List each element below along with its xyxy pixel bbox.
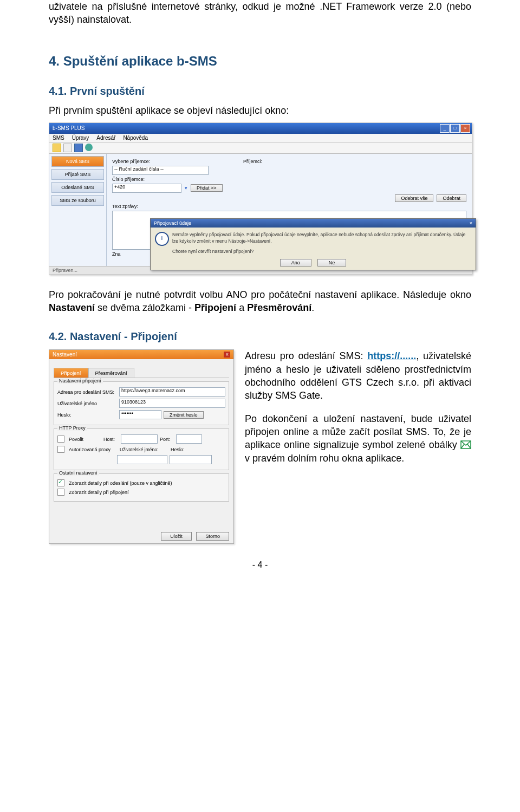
heading-4: 4. Spuštění aplikace b-SMS (49, 54, 471, 69)
checkbox-povolit[interactable] (57, 436, 64, 443)
label-prijemci: Příjemci: (243, 159, 270, 164)
input-heslo[interactable]: ••••••• (119, 410, 161, 419)
group-nastaveni-pripojeni: Nastavení připojení Adresa pro odeslání … (54, 381, 229, 425)
nav-prijate-sms[interactable]: Přijaté SMS (51, 169, 104, 180)
label-zna: Zna (112, 251, 121, 257)
label-detaily-pripojeni: Zobrazit detaily při připojení (69, 490, 129, 495)
app-window-screenshot: b-SMS PLUS _ □ × SMS Úpravy Adresář Nápo… (49, 122, 472, 275)
legend-ostatni: Ostatní nastavení (57, 470, 99, 476)
save-icon[interactable] (74, 144, 83, 152)
nav-panel: Nová SMS Přijaté SMS Odeslané SMS SMS ze… (49, 154, 107, 266)
input-adresa[interactable]: https://aweg3.maternacz.com (119, 387, 225, 397)
tab-presmerovani[interactable]: Přesměrování (88, 368, 134, 378)
menu-sms[interactable]: SMS (53, 135, 64, 141)
label-username: Uživatelské jméno (57, 401, 117, 406)
intro-paragraph: uživatele na příslušné internetové strán… (49, 0, 471, 27)
label-text-zpravy: Text zprávy: (112, 204, 138, 209)
nav-nova-sms[interactable]: Nová SMS (51, 156, 104, 167)
input-username[interactable]: 910308123 (119, 399, 225, 408)
content-area: Vyberte příjemce: Příjemci: -- Ruční zad… (107, 154, 472, 266)
group-http-proxy: HTTP Proxy Povolit Host: Port: Autorizov… (54, 428, 229, 470)
dialog-title: Připojovací údaje (154, 220, 191, 226)
label-vyberte-prijemce: Vyberte příjemce: (112, 159, 161, 164)
info-icon: i (155, 232, 169, 246)
nav-odeslane-sms[interactable]: Odeslané SMS (51, 182, 104, 193)
settings-close-icon[interactable]: × (224, 352, 230, 358)
select-ruc-zadani[interactable]: -- Ruční zadání čísla -- (112, 166, 209, 175)
settings-window-screenshot: Nastavení × Připojení Přesměrování Nasta… (49, 349, 234, 544)
minimize-icon[interactable]: _ (440, 124, 450, 133)
btn-ne[interactable]: Ne (317, 259, 347, 267)
new-icon[interactable] (53, 144, 61, 152)
window-buttons: _ □ × (440, 124, 470, 133)
right-column: Adresu pro odeslání SMS: https://......,… (245, 349, 471, 474)
btn-ulozit[interactable]: Uložit (161, 532, 192, 541)
app-body: Nová SMS Přijaté SMS Odeslané SMS SMS ze… (49, 154, 472, 266)
heading-4-2: 4.2. Nastavení - Připojení (49, 330, 471, 343)
label-cislo: Číslo příjemce: (112, 177, 161, 182)
checkbox-detaily-pripojeni[interactable] (57, 489, 64, 496)
dialog-pripojovaci-udaje: Připojovací údaje × i Nemáte vyplněny př… (150, 218, 476, 270)
btn-odebrat[interactable]: Odebrat (437, 194, 466, 202)
label-heslo: Heslo: (57, 412, 117, 418)
menu-upravy[interactable]: Úpravy (72, 135, 89, 141)
page-number: - 4 - (49, 560, 471, 570)
legend-nastaveni-pripojeni: Nastavení připojení (57, 378, 103, 384)
dialog-text-1: Nemáte vyplněny připojovací údaje. Pokud… (172, 232, 470, 244)
menu-napoveda[interactable]: Nápověda (123, 135, 148, 141)
input-host[interactable] (121, 434, 158, 444)
checkbox-authproxy[interactable] (57, 446, 64, 453)
label-host: Host: (103, 437, 119, 442)
btn-odebrat-vse[interactable]: Odebrat vše (395, 194, 433, 202)
menu-bar: SMS Úpravy Adresář Nápověda (49, 134, 472, 142)
label-detaily-odeslani: Zobrazit detaily při odeslání (pouze v a… (69, 480, 172, 486)
btn-ano[interactable]: Ano (280, 259, 311, 267)
app-title: b-SMS PLUS (53, 125, 84, 131)
titlebar: b-SMS PLUS _ □ × (49, 123, 472, 134)
label-proxy-user: Uživatelské jméno: (120, 447, 168, 452)
label-port: Port: (160, 437, 174, 442)
label-adresa: Adresa pro odeslání SMS: (57, 389, 117, 395)
checkbox-detaily-odeslani[interactable] (57, 479, 64, 486)
legend-http-proxy: HTTP Proxy (57, 425, 87, 431)
settings-title: Nastavení (53, 352, 77, 358)
close-icon[interactable]: × (460, 124, 470, 133)
dialog-close-icon[interactable]: × (470, 220, 472, 226)
nav-sms-ze-souboru[interactable]: SMS ze souboru (51, 195, 104, 206)
tab-pripojeni[interactable]: Připojení (54, 368, 88, 378)
para-after-screenshot1: Pro pokračování je nutné potvrdit volbu … (49, 288, 471, 315)
input-cislo[interactable]: +420 (112, 184, 181, 193)
envelope-icon (460, 440, 471, 449)
lead-4-1: Při prvním spuštění aplikace se objeví n… (49, 104, 471, 117)
input-proxy-pass[interactable] (170, 455, 212, 464)
label-proxy-pass: Heslo: (171, 447, 190, 452)
toolbar (49, 142, 472, 154)
refresh-icon[interactable] (85, 144, 93, 151)
input-proxy-user[interactable] (117, 455, 167, 464)
dialog-text-2: Chcete nyní otevřít nastavení připojení? (172, 249, 470, 255)
open-icon[interactable] (63, 144, 72, 152)
label-authproxy: Autorizovaná proxy (69, 447, 118, 452)
btn-zmenit-heslo[interactable]: Změnit heslo (164, 411, 204, 419)
menu-adresar[interactable]: Adresář (96, 135, 115, 141)
settings-button-row: Uložit Storno (49, 529, 233, 543)
maximize-icon[interactable]: □ (450, 124, 460, 133)
link-https[interactable]: https://...... (367, 350, 416, 361)
input-port[interactable] (176, 434, 202, 444)
heading-4-1: 4.1. První spuštění (49, 85, 471, 98)
btn-storno[interactable]: Storno (196, 532, 229, 541)
group-ostatni: Ostatní nastavení Zobrazit detaily při o… (54, 473, 229, 502)
label-povolit: Povolit (69, 437, 101, 442)
btn-pridat[interactable]: Přidat >> (191, 184, 223, 192)
